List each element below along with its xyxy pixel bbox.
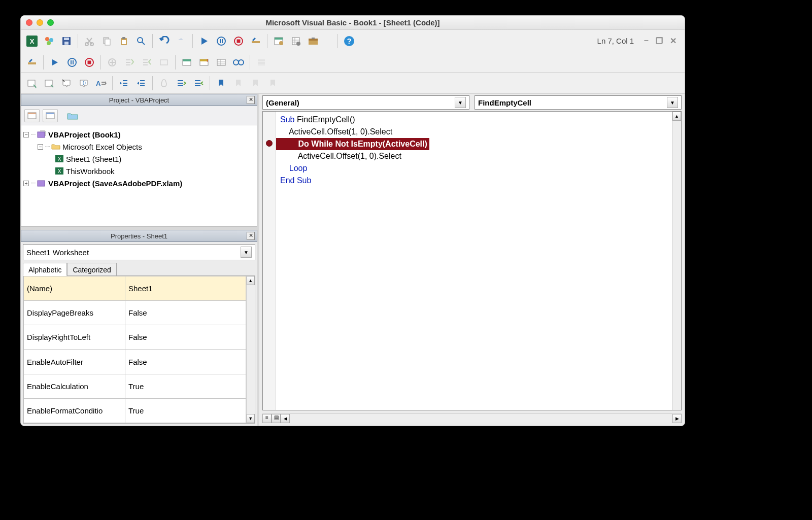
zoom-icon[interactable] bbox=[47, 19, 54, 26]
mdi-minimize-icon[interactable]: – bbox=[644, 36, 649, 46]
immediate-window-icon[interactable]: ! bbox=[196, 54, 212, 71]
find-icon[interactable] bbox=[133, 33, 149, 49]
mdi-close-icon[interactable]: ✕ bbox=[670, 36, 676, 46]
code-vscrollbar[interactable]: ▲ bbox=[672, 112, 681, 410]
toggle-folders-icon[interactable] bbox=[65, 109, 80, 122]
step-out-icon[interactable] bbox=[156, 54, 172, 71]
quick-watch-icon[interactable] bbox=[230, 54, 247, 71]
scroll-up-icon[interactable]: ▲ bbox=[672, 112, 681, 121]
compile-icon[interactable] bbox=[24, 54, 40, 71]
call-stack-icon[interactable] bbox=[253, 54, 269, 71]
references-icon[interactable] bbox=[41, 33, 57, 49]
scroll-down-icon[interactable]: ▼ bbox=[247, 414, 255, 423]
redo-icon[interactable] bbox=[173, 33, 189, 49]
full-module-view-icon[interactable]: ▤ bbox=[272, 414, 281, 423]
procedure-dropdown[interactable]: FindEmptyCell ▼ bbox=[475, 95, 682, 110]
undo-icon[interactable] bbox=[156, 33, 172, 49]
pause-icon[interactable] bbox=[213, 33, 229, 49]
watch-window-icon[interactable] bbox=[213, 54, 229, 71]
properties-scrollbar[interactable]: ▲ ▼ bbox=[246, 276, 255, 423]
copy-icon[interactable] bbox=[98, 33, 115, 49]
mdi-restore-icon[interactable]: ❐ bbox=[656, 36, 663, 46]
step-into-icon[interactable] bbox=[121, 54, 138, 71]
project-pane-title[interactable]: Project - VBAProject ✕ bbox=[21, 94, 257, 106]
tree-project-root-2[interactable]: +┈ VBAProject (SaveAsAdobePDF.xlam) bbox=[23, 177, 255, 189]
minimize-icon[interactable] bbox=[37, 19, 43, 26]
procedure-view-icon[interactable]: ≡ bbox=[262, 414, 272, 423]
svg-point-2 bbox=[45, 37, 49, 41]
project-explorer-icon[interactable] bbox=[270, 33, 287, 49]
code-panel: (General) ▼ FindEmptyCell ▼ Sub FindEmpt… bbox=[259, 94, 685, 426]
dropdown-arrow-icon[interactable]: ▼ bbox=[455, 97, 466, 108]
prop-row: EnableAutoFilterFalse bbox=[24, 350, 246, 374]
breakpoint-hand-icon[interactable] bbox=[156, 75, 172, 91]
toolbox-icon[interactable] bbox=[305, 33, 321, 49]
svg-text:X: X bbox=[58, 168, 61, 174]
main-content: Project - VBAProject ✕ −┈ VBAProject (Bo… bbox=[21, 94, 685, 426]
bookmark-clear-icon[interactable] bbox=[265, 75, 281, 91]
stop-icon[interactable] bbox=[230, 33, 247, 49]
break-icon[interactable] bbox=[64, 54, 80, 71]
run-macro-icon[interactable] bbox=[47, 54, 63, 71]
svg-rect-17 bbox=[220, 39, 221, 43]
help-icon[interactable]: ? bbox=[341, 33, 357, 49]
svg-text:!: ! bbox=[207, 58, 208, 63]
project-pane-close-icon[interactable]: ✕ bbox=[247, 96, 255, 104]
svg-rect-6 bbox=[64, 38, 69, 40]
save-icon[interactable] bbox=[58, 33, 75, 49]
properties-pane-close-icon[interactable]: ✕ bbox=[247, 232, 255, 240]
svg-rect-48 bbox=[258, 59, 265, 61]
project-tree[interactable]: −┈ VBAProject (Book1) −┈ Microsoft Excel… bbox=[21, 125, 257, 227]
code-text[interactable]: Sub FindEmptyCell() ActiveCell.Offset(1,… bbox=[276, 112, 672, 410]
bookmark-next-icon[interactable] bbox=[230, 75, 247, 91]
object-selector[interactable]: Sheet1 Worksheet ▼ bbox=[23, 244, 255, 260]
view-code-icon[interactable] bbox=[24, 109, 40, 122]
complete-word-icon[interactable]: A bbox=[93, 75, 109, 91]
properties-icon[interactable] bbox=[288, 33, 304, 49]
tab-alphabetic[interactable]: Alphabetic bbox=[23, 263, 67, 276]
object-dropdown[interactable]: (General) ▼ bbox=[262, 95, 469, 110]
scroll-right-icon[interactable]: ▶ bbox=[672, 414, 682, 423]
cut-icon[interactable] bbox=[81, 33, 97, 49]
comment-block-icon[interactable] bbox=[173, 75, 189, 91]
tree-item-sheet1[interactable]: X Sheet1 (Sheet1) bbox=[23, 153, 255, 165]
code-editor[interactable]: Sub FindEmptyCell() ActiveCell.Offset(1,… bbox=[262, 111, 682, 410]
list-properties-icon[interactable] bbox=[24, 75, 40, 91]
scroll-up-icon[interactable]: ▲ bbox=[247, 276, 255, 285]
view-object-icon[interactable] bbox=[43, 109, 58, 122]
bookmark-toggle-icon[interactable] bbox=[213, 75, 229, 91]
list-constants-icon[interactable] bbox=[41, 75, 57, 91]
svg-text:?: ? bbox=[347, 37, 351, 45]
margin-indicator-bar[interactable] bbox=[263, 112, 276, 410]
tree-project-root[interactable]: −┈ VBAProject (Book1) bbox=[23, 128, 255, 141]
paste-icon[interactable] bbox=[116, 33, 132, 49]
properties-pane-title[interactable]: Properties - Sheet1 ✕ bbox=[21, 230, 257, 242]
excel-icon[interactable]: X bbox=[24, 33, 40, 49]
bookmark-prev-icon[interactable] bbox=[248, 75, 264, 91]
titlebar[interactable]: Microsoft Visual Basic - Book1 - [Sheet1… bbox=[21, 16, 685, 30]
indent-icon[interactable] bbox=[116, 75, 132, 91]
tree-item-thisworkbook[interactable]: X ThisWorkbook bbox=[23, 165, 255, 177]
dropdown-arrow-icon[interactable]: ▼ bbox=[241, 247, 252, 258]
tab-categorized[interactable]: Categorized bbox=[67, 263, 117, 276]
dropdown-arrow-icon[interactable]: ▼ bbox=[667, 97, 678, 108]
quick-info-icon[interactable] bbox=[58, 75, 75, 91]
close-icon[interactable] bbox=[26, 19, 32, 26]
outdent-icon[interactable] bbox=[133, 75, 149, 91]
cursor-position: Ln 7, Col 1 bbox=[597, 37, 634, 45]
locals-window-icon[interactable] bbox=[179, 54, 195, 71]
step-over-icon[interactable] bbox=[139, 54, 155, 71]
svg-rect-32 bbox=[28, 62, 36, 64]
properties-grid[interactable]: (Name)Sheet1 DisplayPageBreaksFalse Disp… bbox=[23, 275, 255, 424]
reset-icon[interactable] bbox=[81, 54, 97, 71]
uncomment-block-icon[interactable] bbox=[190, 75, 207, 91]
tree-group[interactable]: −┈ Microsoft Excel Objects bbox=[23, 141, 255, 153]
run-icon[interactable] bbox=[196, 33, 212, 49]
design-mode-icon[interactable] bbox=[248, 33, 264, 49]
breakpoint-icon[interactable] bbox=[266, 140, 273, 147]
code-hscrollbar[interactable]: ≡ ▤ ◀ ▶ bbox=[262, 413, 682, 423]
parameter-info-icon[interactable]: () bbox=[76, 75, 92, 91]
toggle-breakpoint-icon[interactable] bbox=[104, 54, 120, 71]
svg-point-46 bbox=[233, 60, 239, 65]
scroll-left-icon[interactable]: ◀ bbox=[281, 414, 290, 423]
